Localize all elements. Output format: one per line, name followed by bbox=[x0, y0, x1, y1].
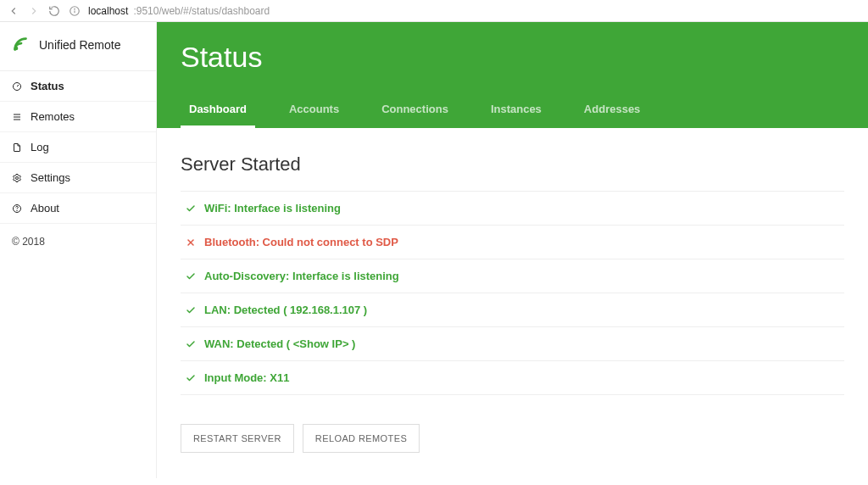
forward-icon[interactable] bbox=[27, 4, 41, 18]
file-icon bbox=[12, 142, 22, 153]
sidebar-item-about[interactable]: About bbox=[0, 193, 156, 224]
sidebar-item-remotes[interactable]: Remotes bbox=[0, 102, 156, 132]
tab-addresses[interactable]: Addresses bbox=[576, 96, 648, 128]
status-text: LAN: Detected ( 192.168.1.107 ) bbox=[204, 304, 367, 316]
status-row: WAN: Detected ( <Show IP> ) bbox=[181, 327, 844, 361]
check-icon bbox=[186, 339, 196, 349]
sidebar-item-status[interactable]: Status bbox=[0, 71, 156, 102]
status-list: WiFi: Interface is listeningBluetooth: C… bbox=[181, 191, 844, 395]
main: Status DashboardAccountsConnectionsInsta… bbox=[157, 22, 868, 478]
svg-point-10 bbox=[17, 210, 18, 211]
url-path: :9510/web/#/status/dashboard bbox=[133, 5, 270, 17]
list-icon bbox=[12, 112, 22, 122]
address-bar[interactable]: localhost:9510/web/#/status/dashboard bbox=[88, 5, 270, 17]
sidebar-item-label: About bbox=[31, 202, 59, 215]
cross-icon bbox=[186, 237, 196, 248]
brand-icon bbox=[12, 34, 31, 55]
sidebar-footer: © 2018 bbox=[0, 224, 156, 259]
status-row: Bluetooth: Could not connect to SDP bbox=[181, 226, 844, 259]
check-icon bbox=[186, 305, 196, 315]
hero: Status DashboardAccountsConnectionsInsta… bbox=[157, 22, 868, 128]
sidebar-item-log[interactable]: Log bbox=[0, 132, 156, 163]
actions: RESTART SERVER RELOAD REMOTES bbox=[181, 424, 844, 453]
tab-instances[interactable]: Instances bbox=[482, 96, 550, 128]
status-text: Auto-Discovery: Interface is listening bbox=[204, 270, 399, 282]
tabs: DashboardAccountsConnectionsInstancesAdd… bbox=[181, 96, 844, 128]
gear-icon bbox=[12, 173, 22, 183]
status-text: WiFi: Interface is listening bbox=[204, 202, 341, 215]
status-row: LAN: Detected ( 192.168.1.107 ) bbox=[181, 293, 844, 327]
svg-point-8 bbox=[16, 176, 19, 179]
sidebar: Unified Remote StatusRemotesLogSettingsA… bbox=[0, 22, 157, 478]
question-icon bbox=[12, 203, 22, 214]
brand-text: Unified Remote bbox=[39, 38, 121, 52]
side-nav: StatusRemotesLogSettingsAbout bbox=[0, 70, 156, 224]
browser-bar: localhost:9510/web/#/status/dashboard bbox=[0, 0, 868, 22]
tab-connections[interactable]: Connections bbox=[373, 96, 457, 128]
url-host: localhost bbox=[88, 5, 128, 17]
check-icon bbox=[186, 271, 196, 282]
status-text: Bluetooth: Could not connect to SDP bbox=[204, 236, 398, 248]
restart-server-button[interactable]: RESTART SERVER bbox=[181, 424, 294, 453]
page-title: Status bbox=[181, 41, 844, 74]
content: Server Started WiFi: Interface is listen… bbox=[157, 128, 868, 478]
info-icon[interactable] bbox=[68, 4, 81, 18]
status-text: Input Mode: X11 bbox=[204, 371, 289, 384]
sidebar-item-label: Settings bbox=[31, 171, 70, 184]
sidebar-item-label: Status bbox=[31, 80, 64, 92]
svg-point-2 bbox=[75, 8, 75, 9]
tab-dashboard[interactable]: Dashboard bbox=[181, 96, 255, 128]
section-title: Server Started bbox=[181, 153, 844, 176]
tab-accounts[interactable]: Accounts bbox=[281, 96, 348, 128]
sidebar-item-label: Remotes bbox=[31, 110, 75, 123]
sidebar-item-settings[interactable]: Settings bbox=[0, 163, 156, 193]
dashboard-icon bbox=[12, 81, 22, 92]
reload-icon[interactable] bbox=[47, 4, 61, 18]
reload-remotes-button[interactable]: RELOAD REMOTES bbox=[303, 424, 420, 453]
back-icon[interactable] bbox=[7, 4, 20, 18]
sidebar-item-label: Log bbox=[31, 141, 49, 153]
check-icon bbox=[186, 203, 196, 214]
status-row: Auto-Discovery: Interface is listening bbox=[181, 259, 844, 293]
status-text: WAN: Detected ( <Show IP> ) bbox=[204, 337, 355, 350]
status-row: Input Mode: X11 bbox=[181, 361, 844, 395]
brand: Unified Remote bbox=[0, 22, 156, 70]
svg-point-3 bbox=[14, 47, 19, 51]
check-icon bbox=[186, 373, 196, 383]
status-row: WiFi: Interface is listening bbox=[181, 192, 844, 226]
